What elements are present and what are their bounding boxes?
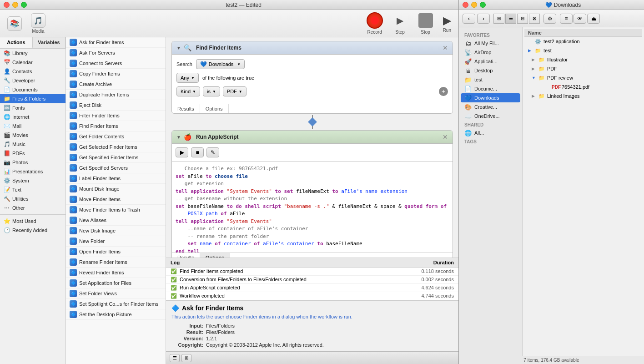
action-new-aliases[interactable]: 🔷New Aliases — [66, 215, 166, 226]
sidebar-item-fonts[interactable]: 🔤Fonts — [0, 103, 65, 112]
workflow-list-button[interactable]: ☰ — [170, 354, 180, 362]
finder-column-view-button[interactable]: ⊟ — [517, 14, 528, 24]
action-label-finder[interactable]: 🔷Label Finder Items — [66, 173, 166, 184]
finder-all-my-files[interactable]: 🗂 All My Fil... — [461, 39, 520, 48]
action-move-finder[interactable]: 🔷Move Finder Items — [66, 194, 166, 205]
maximize-button[interactable] — [21, 2, 27, 8]
find-options-tab[interactable]: Options — [200, 104, 229, 113]
sidebar-item-movies[interactable]: 🎬Movies — [0, 131, 65, 140]
sidebar-item-contacts[interactable]: 👤Contacts — [0, 67, 65, 76]
action-eject-disk[interactable]: 🔷Eject Disk — [66, 100, 166, 111]
action-get-selected[interactable]: 🔷Get Selected Finder Items — [66, 142, 166, 152]
finder-coverflow-view-button[interactable]: ⊠ — [529, 14, 540, 24]
finder-airdrop[interactable]: 📡 AirDrop — [461, 48, 520, 57]
find-collapse-triangle[interactable]: ▼ — [176, 46, 181, 51]
finder-settings-button[interactable]: ⚙ — [543, 14, 556, 24]
action-set-app-files[interactable]: 🔷Set Application for Files — [66, 278, 166, 288]
is-dropdown[interactable]: is ▼ — [203, 86, 220, 96]
finder-row-pdf-file[interactable]: PDF 7654321.pdf — [524, 82, 642, 91]
finder-row-pdf[interactable]: ▶ 📁 PDF — [524, 64, 642, 73]
action-ask-servers[interactable]: 🔷Ask For Servers — [66, 48, 166, 58]
stop-button[interactable] — [418, 12, 434, 29]
action-get-specified[interactable]: 🔷Get Specified Finder Items — [66, 152, 166, 163]
finder-row-test2-app[interactable]: ⚙️ test2 application — [524, 37, 642, 46]
workflow-scroll-area[interactable]: ▼ 🔍 Find Finder Items ✕ Search 💙 — [166, 37, 458, 258]
action-new-folder[interactable]: 🔷New Folder — [66, 236, 166, 247]
sidebar-item-calendar[interactable]: 📅Calendar — [0, 58, 65, 67]
sidebar-item-photos[interactable]: 📷Photos — [0, 158, 65, 167]
finder-downloads[interactable]: 💙 Downloads — [461, 93, 520, 102]
sidebar-item-internet[interactable]: 🌐Internet — [0, 112, 65, 121]
action-rename-finder[interactable]: 🔷Rename Finder Items — [66, 257, 166, 268]
script-run-button[interactable]: ▶ — [176, 147, 188, 157]
media-button[interactable]: 🎵 — [31, 13, 45, 28]
finder-forward-button[interactable]: › — [477, 14, 490, 24]
action-create-archive[interactable]: 🔷Create Archive — [66, 79, 166, 90]
step-button[interactable]: ▶ — [392, 12, 408, 29]
finder-sort-button[interactable]: ≡ — [560, 14, 573, 24]
applescript-block-close[interactable]: ✕ — [443, 133, 448, 141]
finder-minimize-button[interactable] — [471, 2, 477, 8]
close-button[interactable] — [4, 2, 10, 8]
action-copy-finder[interactable]: 🔷Copy Finder Items — [66, 69, 166, 79]
applescript-results-tab[interactable]: Results — [172, 253, 200, 258]
finder-applications[interactable]: 🚀 Applicati... — [461, 57, 520, 66]
action-open-finder[interactable]: 🔷Open Finder Items — [66, 247, 166, 257]
finder-all-shared[interactable]: 🌐 All... — [461, 128, 520, 137]
action-filter-finder[interactable]: 🔷Filter Finder Items — [66, 111, 166, 121]
finder-row-linked-images[interactable]: ▶ 📁 Linked Images — [524, 91, 642, 101]
action-find-finder[interactable]: 🔷Find Finder Items — [66, 121, 166, 131]
finder-row-illustrator[interactable]: ▶ 📁 Illustrator — [524, 55, 642, 64]
applescript-options-tab[interactable]: Options — [200, 253, 231, 258]
find-results-tab[interactable]: Results — [172, 104, 200, 113]
sidebar-item-most-used[interactable]: ⭐Most Used — [0, 217, 65, 226]
script-stop-button[interactable]: ■ — [191, 147, 204, 157]
sidebar-item-pdfs[interactable]: 📕PDFs — [0, 149, 65, 158]
action-mount-disk[interactable]: 🔷Mount Disk Image — [66, 184, 166, 194]
action-get-folder[interactable]: 🔷Get Folder Contents — [66, 131, 166, 142]
action-new-disk[interactable]: 🔷New Disk Image — [66, 226, 166, 236]
finder-quicklook-button[interactable]: 👁 — [574, 14, 586, 24]
sidebar-item-other[interactable]: ⋯Other — [0, 203, 65, 212]
sidebar-item-system[interactable]: ⚙️System — [0, 176, 65, 185]
sidebar-item-text[interactable]: 📝Text — [0, 185, 65, 194]
finder-close-button[interactable] — [463, 2, 468, 8]
sidebar-item-library[interactable]: 📚Library — [0, 49, 65, 58]
action-set-folder-views[interactable]: 🔷Set Folder Views — [66, 288, 166, 299]
search-location-dropdown[interactable]: 💙 Downloads ▼ — [196, 59, 245, 69]
finder-list-view-button[interactable]: ☰ — [505, 14, 516, 24]
sidebar-item-developer[interactable]: 🔧Developer — [0, 76, 65, 85]
finder-onedrive[interactable]: ☁️ OneDrive... — [461, 111, 520, 121]
action-connect-servers[interactable]: 🔷Connect to Servers — [66, 58, 166, 69]
finder-documents[interactable]: 📄 Docume... — [461, 84, 520, 93]
library-button[interactable]: 📚 — [7, 16, 22, 31]
action-duplicate-finder[interactable]: 🔷Duplicate Finder Items — [66, 90, 166, 100]
finder-icon-view-button[interactable]: ⊞ — [493, 14, 504, 24]
action-set-desktop[interactable]: 🔷Set the Desktop Picture — [66, 309, 166, 320]
kind-dropdown[interactable]: Kind ▼ — [176, 86, 200, 96]
pdf-dropdown[interactable]: PDF ▼ — [223, 86, 247, 96]
sidebar-item-music[interactable]: 🎵Music — [0, 140, 65, 149]
run-button[interactable]: ▶ — [443, 14, 451, 27]
finder-creative[interactable]: 🎨 Creative... — [461, 102, 520, 111]
find-block-close[interactable]: ✕ — [443, 44, 448, 51]
finder-test[interactable]: 📁 test — [461, 75, 520, 84]
action-ask-finder[interactable]: 🔷Ask for Finder Items — [66, 37, 166, 48]
sidebar-item-recently-added[interactable]: 🕐Recently Added — [0, 226, 65, 235]
finder-eject-button[interactable]: ⏏ — [587, 14, 600, 24]
action-get-servers[interactable]: 🔷Get Specified Servers — [66, 163, 166, 173]
applescript-collapse-triangle[interactable]: ▼ — [176, 135, 181, 140]
finder-row-test[interactable]: ▶ 📁 test — [524, 46, 642, 55]
finder-row-pdf-review[interactable]: ▼ 📁 PDF review — [524, 73, 642, 82]
finder-maximize-button[interactable] — [480, 2, 486, 8]
any-dropdown[interactable]: Any ▼ — [176, 73, 199, 83]
add-criteria-button[interactable]: + — [439, 87, 448, 96]
action-reveal-finder[interactable]: 🔷Reveal Finder Items — [66, 268, 166, 278]
tab-variables[interactable]: Variables — [33, 37, 65, 48]
sidebar-item-mail[interactable]: ✉️Mail — [0, 121, 65, 131]
action-set-spotlight[interactable]: 🔷Set Spotlight Co...s for Finder Items — [66, 299, 166, 309]
record-button[interactable] — [367, 12, 383, 29]
workflow-grid-button[interactable]: ⊞ — [181, 354, 191, 362]
sidebar-item-files-folders[interactable]: 📁Files & Folders — [0, 94, 65, 103]
finder-back-button[interactable]: ‹ — [463, 14, 475, 24]
